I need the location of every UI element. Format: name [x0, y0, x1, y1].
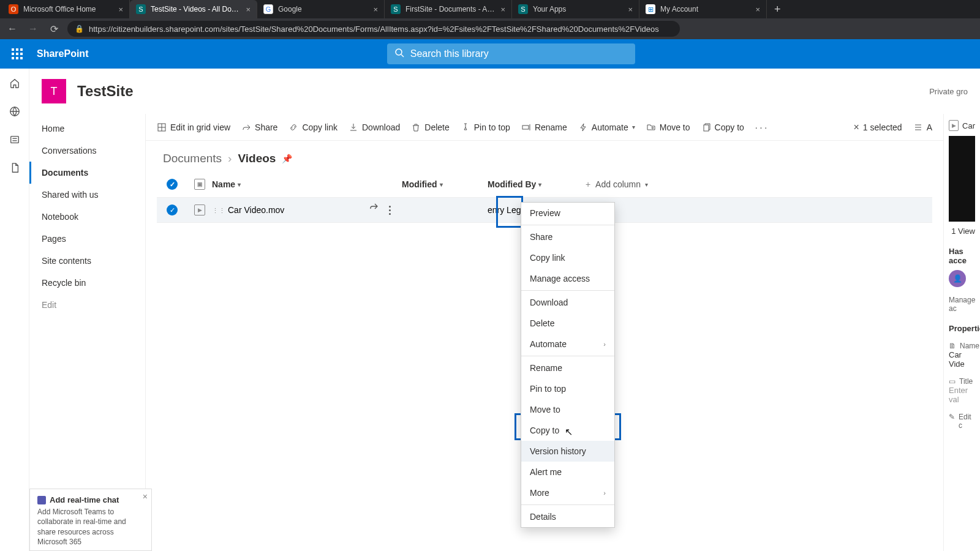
nav-notebook[interactable]: Notebook	[29, 206, 145, 228]
svg-rect-3	[10, 137, 18, 143]
download-button[interactable]: Download	[349, 122, 400, 132]
pencil-icon: ✎	[949, 413, 955, 430]
delete-button[interactable]: Delete	[411, 122, 449, 132]
close-icon[interactable]: ×	[755, 5, 760, 14]
nav-edit[interactable]: Edit	[29, 294, 145, 316]
site-logo[interactable]: T	[42, 79, 66, 103]
ctx-more[interactable]: More›	[521, 482, 614, 503]
close-icon[interactable]: ×	[246, 5, 251, 14]
nav-conversations[interactable]: Conversations	[29, 140, 145, 162]
file-name[interactable]: ⋮⋮Car Video.mov	[212, 205, 365, 215]
nav-pages[interactable]: Pages	[29, 228, 145, 250]
more-commands-button[interactable]: · · ·	[755, 122, 767, 132]
manage-access-link[interactable]: Manage ac	[949, 296, 975, 313]
teams-callout: × Add real-time chat Add Microsoft Teams…	[29, 489, 152, 551]
lock-icon: 🔒	[75, 24, 84, 33]
news-icon[interactable]	[9, 133, 21, 146]
column-modified-by[interactable]: Modified By▾	[488, 179, 586, 189]
copy-link-button[interactable]: Copy link	[288, 122, 337, 132]
browser-tab[interactable]: O Microsoft Office Home ×	[2, 0, 130, 18]
browser-tab[interactable]: ⊞ My Account ×	[639, 0, 767, 18]
more-actions-button[interactable]	[381, 201, 398, 219]
view-options-button[interactable]: A	[913, 122, 932, 132]
forward-button[interactable]: →	[26, 23, 40, 34]
move-to-button[interactable]: Move to	[646, 122, 690, 132]
url-text: https://citizenbuilders.sharepoint.com/s…	[89, 24, 659, 34]
details-title-value[interactable]: Enter val	[949, 386, 975, 404]
rename-button[interactable]: Rename	[521, 122, 567, 132]
new-tab-button[interactable]: +	[767, 3, 788, 16]
chevron-down-icon: ▾	[440, 181, 443, 188]
ctx-share[interactable]: Share	[521, 227, 614, 247]
home-icon[interactable]	[9, 77, 21, 89]
close-icon[interactable]: ×	[118, 5, 123, 14]
reload-button[interactable]: ⟳	[47, 23, 61, 35]
clear-selection-button[interactable]: ×1 selected	[853, 122, 902, 133]
command-bar: Edit in grid view Share Copy link Downlo…	[146, 114, 943, 141]
back-button[interactable]: ←	[5, 23, 20, 34]
browser-tab[interactable]: S Your Apps ×	[512, 0, 639, 18]
search-input[interactable]: Search this library	[387, 43, 635, 64]
files-icon[interactable]	[9, 162, 21, 174]
ctx-copy-link[interactable]: Copy link	[521, 247, 614, 268]
close-icon[interactable]: ×	[628, 5, 633, 14]
file-type-icon[interactable]: ▣	[194, 179, 205, 190]
ctx-move-to[interactable]: Move to	[521, 399, 614, 420]
video-file-icon: ▶	[194, 204, 205, 216]
ctx-version-history[interactable]: Version history	[521, 441, 614, 462]
address-bar[interactable]: 🔒 https://citizenbuilders.sharepoint.com…	[67, 21, 680, 37]
ctx-details[interactable]: Details	[521, 506, 614, 527]
select-all-checkbox[interactable]: ✓	[167, 179, 178, 190]
close-icon[interactable]: ×	[143, 492, 148, 501]
nav-documents[interactable]: Documents	[29, 162, 145, 184]
chevron-right-icon: ›	[603, 489, 606, 497]
share-icon[interactable]	[369, 201, 379, 219]
brand-label[interactable]: SharePoint	[37, 48, 88, 59]
ctx-delete[interactable]: Delete	[521, 313, 614, 334]
site-name[interactable]: TestSite	[77, 83, 134, 100]
ctx-automate[interactable]: Automate›	[521, 334, 614, 354]
share-button[interactable]: Share	[241, 122, 277, 132]
ctx-preview[interactable]: Preview	[521, 203, 614, 223]
cursor-icon: ↖	[565, 426, 573, 438]
close-icon[interactable]: ×	[373, 5, 378, 14]
ctx-rename[interactable]: Rename	[521, 358, 614, 378]
tab-title: TestSite - Videos - All Documents	[151, 5, 241, 13]
row-checkbox[interactable]: ✓	[167, 204, 178, 216]
context-menu: Preview Share Copy link Manage access Do…	[521, 202, 615, 528]
breadcrumb-root[interactable]: Documents	[163, 152, 222, 165]
browser-tab[interactable]: G Google ×	[257, 0, 385, 18]
list-header: ✓ ▣ Name▾ Modified▾ Modified By▾ + Add c…	[157, 171, 932, 197]
nav-recycle-bin[interactable]: Recycle bin	[29, 272, 145, 294]
nav-shared-with-us[interactable]: Shared with us	[29, 184, 145, 206]
add-column-button[interactable]: + Add column ▾	[586, 179, 677, 189]
pin-icon[interactable]: 📌	[282, 154, 292, 163]
pin-to-top-button[interactable]: Pin to top	[461, 122, 510, 132]
ctx-download[interactable]: Download	[521, 292, 614, 313]
nav-site-contents[interactable]: Site contents	[29, 250, 145, 272]
edit-columns-link[interactable]: Edit c	[959, 413, 975, 430]
ctx-alert-me[interactable]: Alert me	[521, 462, 614, 482]
nav-home[interactable]: Home	[29, 118, 145, 140]
waffle-icon	[12, 48, 23, 59]
chevron-down-icon: ▾	[538, 181, 541, 188]
svg-rect-9	[522, 126, 529, 129]
automate-button[interactable]: Automate▾	[578, 122, 635, 132]
tab-title: Google	[278, 5, 368, 13]
edit-in-grid-button[interactable]: Edit in grid view	[157, 122, 230, 132]
video-thumbnail[interactable]	[949, 136, 975, 222]
chevron-right-icon: ›	[228, 152, 232, 165]
ctx-manage-access[interactable]: Manage access	[521, 268, 614, 289]
avatar[interactable]: 👤	[949, 270, 966, 287]
browser-tab[interactable]: S FirstSite - Documents - All Docu ×	[385, 0, 512, 18]
column-name[interactable]: Name▾	[212, 179, 365, 189]
search-icon	[394, 48, 404, 60]
globe-icon[interactable]	[9, 105, 21, 118]
column-modified[interactable]: Modified▾	[402, 179, 488, 189]
ctx-pin-to-top[interactable]: Pin to top	[521, 378, 614, 399]
app-launcher-button[interactable]	[7, 44, 27, 64]
browser-tab[interactable]: S TestSite - Videos - All Documents ×	[130, 0, 257, 18]
svg-line-1	[401, 54, 404, 57]
close-icon[interactable]: ×	[500, 5, 505, 14]
copy-to-button[interactable]: Copy to	[701, 122, 744, 132]
